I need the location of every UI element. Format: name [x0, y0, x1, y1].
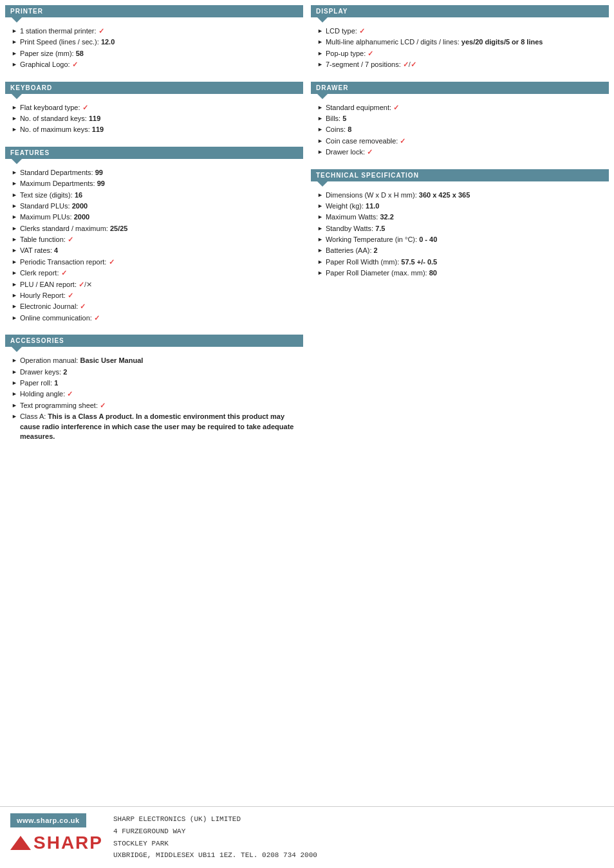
bullet-icon: ►	[317, 125, 323, 134]
list-item: ► Electronic Journal: ✓	[12, 302, 299, 311]
accessories-section: ACCESSORIES ► Operation manual: Basic Us…	[5, 335, 303, 447]
list-item: ► Text programming sheet: ✓	[12, 401, 299, 411]
accessories-header: ACCESSORIES	[5, 335, 303, 347]
printer-header: PRINTER	[5, 5, 303, 17]
list-item: ► Batteries (AA): 2	[317, 246, 605, 255]
technical-body: ► Dimensions (W x D x H mm): 360 x 425 x…	[311, 187, 609, 284]
sharp-triangle-icon	[10, 836, 31, 850]
technical-section: TECHNICAL SPECIFICATION ► Dimensions (W …	[311, 169, 609, 284]
display-header: DISPLAY	[311, 5, 609, 17]
list-item: ► Class A: This is a Class A product. In…	[12, 412, 299, 441]
list-item: ► Maximum PLUs: 2000	[12, 212, 299, 222]
features-triangle	[12, 159, 22, 164]
accessories-body: ► Operation manual: Basic User Manual ► …	[5, 352, 303, 447]
list-item: ► Drawer lock: ✓	[317, 147, 605, 157]
page: PRINTER ► 1 station thermal printer: ✓ ►…	[0, 0, 614, 868]
keyboard-header: KEYBOARD	[5, 82, 303, 94]
drawer-body: ► Standard equipment: ✓ ► Bills: 5 ► Coi…	[311, 99, 609, 163]
website-link[interactable]: www.sharp.co.uk	[10, 813, 86, 827]
printer-triangle	[12, 17, 22, 23]
drawer-section: DRAWER ► Standard equipment: ✓ ► Bills: …	[311, 82, 609, 163]
address-line2: STOCKLEY PARK	[113, 838, 317, 850]
bullet-icon: ►	[317, 225, 323, 233]
bullet-icon: ►	[317, 115, 323, 123]
list-item: ► Standard PLUs: 2000	[12, 201, 299, 211]
footer-address: SHARP ELECTRONICS (UK) LIMITED 4 FURZEGR…	[113, 813, 317, 862]
list-item: ► Maximum Departments: 99	[12, 179, 299, 189]
printer-body: ► 1 station thermal printer: ✓ ► Print S…	[5, 23, 303, 75]
accessories-triangle	[12, 347, 22, 352]
list-item: ► No. of standard keys: 119	[12, 114, 299, 124]
bullet-icon: ►	[12, 213, 17, 221]
list-item: ► Weight (kg): 11.0	[317, 201, 605, 211]
bullet-icon: ►	[12, 402, 17, 410]
bullet-icon: ►	[12, 291, 17, 300]
bullet-icon: ►	[12, 50, 17, 58]
bullet-icon: ►	[317, 202, 323, 210]
list-item: ► Pop-up type: ✓	[317, 49, 605, 59]
left-column: PRINTER ► 1 station thermal printer: ✓ ►…	[5, 5, 307, 806]
right-column: DISPLAY ► LCD type: ✓ ► Multi-line alpha…	[307, 5, 609, 806]
bullet-icon: ►	[12, 390, 17, 398]
bullet-icon: ►	[12, 246, 17, 255]
bullet-icon: ►	[12, 191, 17, 199]
address-line3: UXBRIDGE, MIDDLESEX UB11 1EZ. TEL. 0208 …	[113, 849, 317, 862]
list-item: ► Paper size (mm): 58	[12, 49, 299, 59]
list-item: ► Standard equipment: ✓	[317, 103, 605, 113]
list-item: ► Flat keyboard type: ✓	[12, 103, 299, 113]
list-item: ► 1 station thermal printer: ✓	[12, 26, 299, 36]
list-item: ► Table function: ✓	[12, 235, 299, 245]
features-body: ► Standard Departments: 99 ► Maximum Dep…	[5, 164, 303, 328]
bullet-icon: ►	[12, 412, 17, 421]
list-item: ► Text size (digits): 16	[12, 190, 299, 200]
keyboard-section: KEYBOARD ► Flat keyboard type: ✓ ► No. o…	[5, 82, 303, 140]
bullet-icon: ►	[317, 246, 323, 255]
bullet-icon: ►	[12, 27, 17, 35]
list-item: ► Print Speed (lines / sec.): 12.0	[12, 37, 299, 47]
bullet-icon: ►	[12, 314, 17, 322]
list-item: ► 7-segment / 7 positions: ✓/✓	[317, 60, 605, 69]
list-item: ► Maximum Watts: 32.2	[317, 212, 605, 222]
bullet-icon: ►	[12, 302, 17, 311]
list-item: ► Paper Roll Width (mm): 57.5 +/- 0.5	[317, 257, 605, 267]
sharp-logo-text: SHARP	[33, 833, 103, 853]
sharp-logo: SHARP	[10, 833, 103, 853]
company-name: SHARP ELECTRONICS (UK) LIMITED	[113, 813, 317, 826]
bullet-icon: ►	[317, 148, 323, 156]
bullet-icon: ►	[12, 202, 17, 210]
bullet-icon: ►	[12, 225, 17, 233]
list-item: ► Holding angle: ✓	[12, 389, 299, 399]
list-item: ► Operation manual: Basic User Manual	[12, 356, 299, 365]
bullet-icon: ►	[12, 281, 17, 289]
list-item: ► Drawer keys: 2	[12, 367, 299, 377]
bullet-icon: ►	[317, 269, 323, 277]
bullet-icon: ►	[12, 235, 17, 244]
list-item: ► Paper Roll Diameter (max. mm): 80	[317, 268, 605, 278]
list-item: ► Bills: 5	[317, 114, 605, 124]
display-body: ► LCD type: ✓ ► Multi-line alphanumeric …	[311, 23, 609, 75]
features-header: FEATURES	[5, 147, 303, 159]
list-item: ► Clerk report: ✓	[12, 268, 299, 278]
bullet-icon: ►	[317, 258, 323, 266]
bullet-icon: ►	[12, 356, 17, 365]
list-item: ► Coin case removeable: ✓	[317, 136, 605, 146]
bullet-icon: ►	[12, 368, 17, 376]
drawer-triangle	[317, 94, 328, 99]
technical-triangle	[317, 181, 328, 187]
main-content: PRINTER ► 1 station thermal printer: ✓ ►…	[0, 0, 614, 806]
bullet-icon: ►	[317, 50, 323, 58]
list-item: ► Dimensions (W x D x H mm): 360 x 425 x…	[317, 190, 605, 200]
bullet-icon: ►	[12, 258, 17, 266]
bullet-icon: ►	[12, 125, 17, 134]
bullet-icon: ►	[317, 104, 323, 112]
footer: www.sharp.co.uk SHARP SHARP ELECTRONICS …	[0, 806, 614, 868]
keyboard-body: ► Flat keyboard type: ✓ ► No. of standar…	[5, 99, 303, 140]
list-item: ► Coins: 8	[317, 125, 605, 134]
technical-header: TECHNICAL SPECIFICATION	[311, 169, 609, 181]
bullet-icon: ►	[317, 191, 323, 199]
address-line1: 4 FURZEGROUND WAY	[113, 826, 317, 838]
bullet-icon: ►	[12, 269, 17, 277]
bullet-icon: ►	[317, 213, 323, 221]
bullet-icon: ►	[317, 60, 323, 69]
bullet-icon: ►	[317, 38, 323, 46]
